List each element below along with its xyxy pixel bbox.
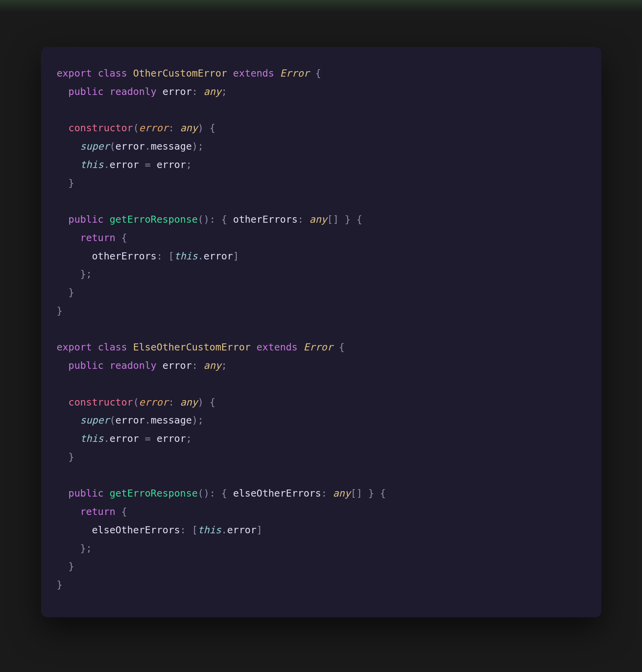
semi: ;	[221, 86, 227, 97]
return-key-1: otherErrors	[233, 214, 298, 225]
brace-open: {	[221, 214, 227, 225]
keyword-class: class	[98, 68, 127, 79]
prop-error: error	[110, 159, 139, 170]
paren-close: )	[192, 415, 198, 426]
code-snippet-card: export class OtherCustomError extends Er…	[41, 47, 601, 617]
keyword-public: public	[68, 214, 103, 225]
prop-message: message	[151, 415, 192, 426]
bracket-open: [	[327, 214, 333, 225]
paren-open: (	[133, 397, 139, 408]
keyword-readonly: readonly	[109, 360, 156, 371]
type-error: Error	[280, 68, 309, 79]
brace-open: {	[357, 214, 362, 225]
brace-close: }	[368, 488, 374, 499]
paren-close: )	[198, 397, 203, 408]
brace-close: }	[68, 451, 74, 463]
keyword-super: super	[80, 415, 109, 426]
decorative-gradient	[0, 0, 642, 12]
keyword-public: public	[68, 86, 103, 97]
prop-error: error	[110, 433, 139, 444]
colon: :	[168, 122, 174, 134]
ident-error: error	[157, 159, 186, 170]
brace-close: }	[68, 177, 74, 189]
dot: .	[145, 141, 151, 152]
colon: :	[209, 488, 215, 499]
prop-error: error	[203, 250, 233, 262]
semi: ;	[86, 268, 92, 280]
keyword-public: public	[68, 360, 103, 371]
keyword-super: super	[80, 141, 109, 152]
brace-close: }	[68, 287, 74, 298]
brace-close: }	[345, 214, 351, 225]
equals: =	[145, 433, 151, 444]
return-key-2: elseOtherErrors	[92, 524, 180, 536]
bracket-open: [	[192, 524, 198, 536]
dot: .	[103, 433, 109, 444]
paren-close: )	[198, 122, 203, 134]
semi: ;	[198, 415, 203, 426]
class-name-1: OtherCustomError	[133, 68, 227, 79]
paren-open: (	[198, 488, 203, 499]
bracket-open: [	[168, 250, 174, 262]
brace-close: }	[57, 579, 62, 590]
keyword-extends: extends	[233, 68, 274, 79]
dot: .	[103, 159, 109, 170]
keyword-readonly: readonly	[109, 86, 156, 97]
colon: :	[192, 86, 198, 97]
ident-error: error	[157, 433, 186, 444]
type-any: any	[333, 488, 351, 499]
brace-close: }	[80, 268, 86, 280]
paren-close: )	[203, 488, 209, 499]
brace-open: {	[315, 68, 321, 79]
keyword-constructor: constructor	[68, 397, 133, 408]
colon: :	[157, 250, 162, 262]
ctor-param: error	[139, 397, 168, 408]
keyword-this: this	[80, 159, 103, 170]
keyword-public: public	[68, 488, 103, 499]
brace-open: {	[221, 488, 227, 499]
colon: :	[298, 214, 303, 225]
ctor-param: error	[139, 122, 168, 134]
return-key-1: otherErrors	[92, 250, 157, 262]
paren-open: (	[198, 214, 203, 225]
keyword-extends: extends	[257, 341, 298, 353]
colon: :	[192, 360, 198, 371]
arg-error: error	[116, 141, 145, 152]
method-name-1: getErroResponse	[109, 214, 198, 225]
brace-open: {	[121, 232, 127, 243]
type-any: any	[180, 397, 198, 408]
bracket-close: ]	[233, 250, 239, 262]
field-name: error	[162, 86, 192, 97]
dot: .	[198, 250, 203, 262]
semi: ;	[221, 360, 227, 371]
bracket-close: ]	[333, 214, 339, 225]
semi: ;	[198, 141, 203, 152]
semi: ;	[186, 159, 192, 170]
equals: =	[145, 159, 151, 170]
paren-open: (	[109, 415, 115, 426]
keyword-return: return	[80, 232, 115, 243]
field-name: error	[162, 360, 192, 371]
semi: ;	[86, 543, 92, 554]
type-any: any	[203, 86, 221, 97]
class-name-2: ElseOtherCustomError	[133, 341, 251, 353]
dot: .	[145, 415, 151, 426]
keyword-this: this	[174, 250, 198, 262]
semi: ;	[186, 433, 192, 444]
keyword-this: this	[80, 433, 103, 444]
code-block[interactable]: export class OtherCustomError extends Er…	[57, 64, 586, 594]
paren-close: )	[203, 214, 209, 225]
bracket-close: ]	[357, 488, 362, 499]
paren-close: )	[192, 141, 198, 152]
brace-open: {	[209, 122, 215, 134]
brace-close: }	[80, 543, 86, 554]
keyword-class: class	[98, 341, 127, 353]
brace-close: }	[68, 561, 74, 572]
type-any: any	[203, 360, 221, 371]
keyword-export: export	[57, 341, 92, 353]
return-key-2: elseOtherErrors	[233, 488, 321, 499]
keyword-constructor: constructor	[68, 122, 133, 134]
brace-open: {	[339, 341, 345, 353]
type-any: any	[180, 122, 198, 134]
brace-open: {	[121, 506, 127, 517]
